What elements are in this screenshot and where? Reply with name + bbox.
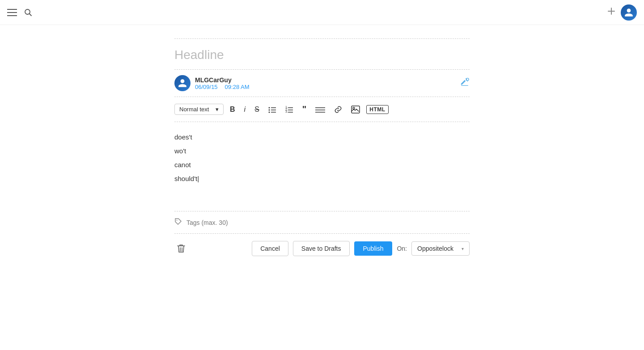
text-style-label: Normal text (179, 106, 209, 113)
topbar (0, 0, 644, 25)
horizontal-rule-button[interactable] (313, 104, 328, 115)
headline-input[interactable] (174, 48, 470, 62)
tags-input[interactable] (186, 219, 470, 226)
svg-point-9 (268, 111, 270, 113)
content-line: wo't (174, 145, 470, 157)
author-area: MLGCarGuy 06/09/15 09:28 AM (174, 69, 470, 97)
content-area[interactable]: does't wo't canot should't (174, 122, 470, 211)
bold-button[interactable]: B (227, 104, 238, 115)
author-meta: MLGCarGuy 06/09/15 09:28 AM (195, 76, 250, 90)
text-style-chevron: ▾ (216, 106, 219, 113)
content-line: canot (174, 159, 470, 171)
blockquote-button[interactable]: " (300, 102, 309, 116)
svg-point-22 (177, 220, 178, 221)
delete-button[interactable] (174, 241, 188, 256)
topbar-left (7, 8, 32, 17)
create-button[interactable] (607, 7, 615, 17)
main-content: MLGCarGuy 06/09/15 09:28 AM Nor (0, 25, 644, 263)
author-time: 09:28 AM (225, 84, 250, 90)
italic-button[interactable]: i (242, 104, 249, 115)
content-line-cursor: should't (174, 173, 470, 185)
unordered-list-button[interactable] (266, 104, 279, 115)
svg-text:3.: 3. (285, 110, 288, 113)
author-date: 06/09/15 (195, 84, 218, 90)
image-button[interactable] (348, 104, 363, 115)
svg-point-7 (268, 109, 270, 110)
svg-line-1 (30, 13, 32, 16)
tags-area (174, 211, 470, 234)
on-label: On: (397, 245, 407, 252)
html-button[interactable]: HTML (366, 105, 388, 114)
save-drafts-button[interactable]: Save to Drafts (293, 241, 350, 256)
author-date-time: 06/09/15 09:28 AM (195, 84, 250, 90)
svg-point-5 (268, 107, 270, 108)
strikethrough-button[interactable]: S (252, 104, 262, 115)
topbar-right (607, 4, 637, 21)
ordered-list-button[interactable]: 1. 2. 3. (283, 104, 296, 115)
community-select[interactable]: Oppositelock ▾ (411, 241, 470, 256)
headline-area (174, 38, 470, 69)
author-avatar (174, 75, 191, 91)
hamburger-menu-icon[interactable] (7, 9, 17, 16)
toolbar: Normal text ▾ B i S (174, 97, 470, 122)
search-button[interactable] (24, 8, 32, 17)
community-name: Oppositelock (417, 245, 453, 252)
content-line: does't (174, 131, 470, 143)
avatar[interactable] (621, 4, 637, 21)
publish-button[interactable]: Publish (354, 241, 393, 256)
editor-container: MLGCarGuy 06/09/15 09:28 AM Nor (174, 38, 470, 263)
community-chevron: ▾ (462, 246, 464, 251)
author-name: MLGCarGuy (195, 76, 250, 84)
tag-icon (174, 218, 182, 227)
tools-icon[interactable] (460, 77, 470, 89)
text-style-dropdown[interactable]: Normal text ▾ (174, 104, 224, 115)
link-button[interactable] (331, 104, 345, 115)
author-info: MLGCarGuy 06/09/15 09:28 AM (174, 75, 250, 91)
action-bar: Cancel Save to Drafts Publish On: Opposi… (174, 234, 470, 263)
cancel-button[interactable]: Cancel (252, 241, 288, 256)
